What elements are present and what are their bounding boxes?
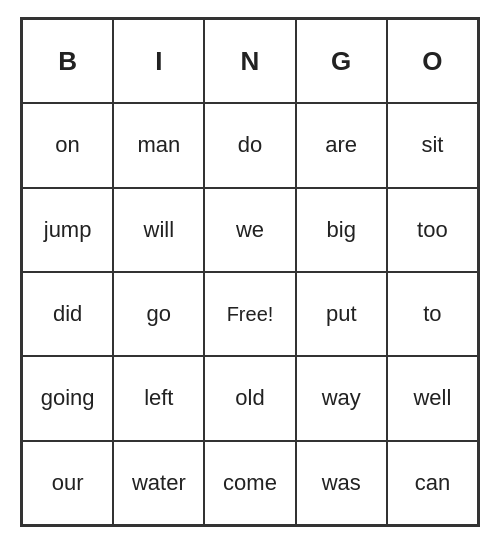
cell-4-4[interactable]: way xyxy=(296,356,387,440)
cell-4-1[interactable]: going xyxy=(22,356,113,440)
cell-5-4[interactable]: was xyxy=(296,441,387,525)
cell-3-4[interactable]: put xyxy=(296,272,387,356)
cell-3-1[interactable]: did xyxy=(22,272,113,356)
cell-2-1[interactable]: jump xyxy=(22,188,113,272)
cell-1-2[interactable]: man xyxy=(113,103,204,187)
cell-1-5[interactable]: sit xyxy=(387,103,478,187)
cell-3-5[interactable]: to xyxy=(387,272,478,356)
cell-3-2[interactable]: go xyxy=(113,272,204,356)
cell-2-3[interactable]: we xyxy=(204,188,295,272)
header-g: G xyxy=(296,19,387,103)
header-n: N xyxy=(204,19,295,103)
cell-1-4[interactable]: are xyxy=(296,103,387,187)
cell-1-3[interactable]: do xyxy=(204,103,295,187)
cell-4-2[interactable]: left xyxy=(113,356,204,440)
header-o: O xyxy=(387,19,478,103)
cell-5-2[interactable]: water xyxy=(113,441,204,525)
bingo-row-1: on man do are sit xyxy=(22,103,478,187)
cell-2-5[interactable]: too xyxy=(387,188,478,272)
header-b: B xyxy=(22,19,113,103)
cell-3-3-free[interactable]: Free! xyxy=(204,272,295,356)
header-i: I xyxy=(113,19,204,103)
cell-1-1[interactable]: on xyxy=(22,103,113,187)
bingo-row-3: did go Free! put to xyxy=(22,272,478,356)
bingo-row-5: our water come was can xyxy=(22,441,478,525)
bingo-row-2: jump will we big too xyxy=(22,188,478,272)
cell-4-3[interactable]: old xyxy=(204,356,295,440)
cell-4-5[interactable]: well xyxy=(387,356,478,440)
cell-5-5[interactable]: can xyxy=(387,441,478,525)
bingo-card: B I N G O on man do are sit jump will we… xyxy=(20,17,480,527)
cell-2-4[interactable]: big xyxy=(296,188,387,272)
bingo-row-4: going left old way well xyxy=(22,356,478,440)
cell-2-2[interactable]: will xyxy=(113,188,204,272)
cell-5-1[interactable]: our xyxy=(22,441,113,525)
cell-5-3[interactable]: come xyxy=(204,441,295,525)
bingo-header-row: B I N G O xyxy=(22,19,478,103)
